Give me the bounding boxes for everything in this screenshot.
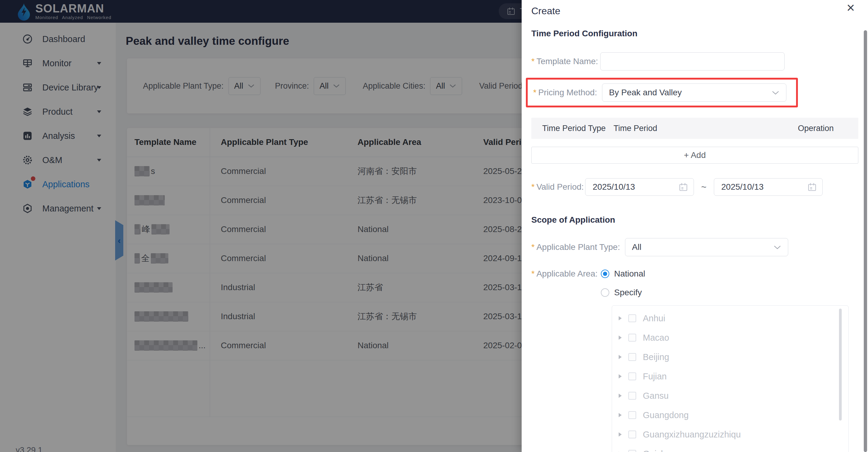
radio-specify-label: Specify [614,288,642,298]
chevron-down-icon [772,90,779,95]
screen: SOLARMAN Monitored Analyzed Networked To [0,0,868,452]
applicable-area-row: *Applicable Area: National [531,269,858,279]
tree-scrollbar[interactable] [839,309,842,421]
province-tree: AnhuiMacaoBeijingFujianGansuGuangdongGua… [612,305,849,452]
section-time-period-configuration: Time Period Configuration [531,29,858,38]
required-star: * [531,242,535,252]
tree-item-label: Beijing [643,352,669,362]
tree-item-fujian[interactable]: Fujian [612,367,848,386]
radio-specify[interactable] [601,288,609,297]
pricing-method-highlight: *Pricing Method: By Peak and Valley [526,78,798,107]
required-star: * [533,88,536,97]
applicable-area-label: *Applicable Area: [531,269,601,279]
caret-right-icon[interactable] [619,394,622,398]
tree-item-label: Gansu [643,391,669,401]
radio-national[interactable] [601,270,609,278]
tree-item-anhui[interactable]: Anhui [612,309,848,328]
period-col-type: Time Period Type [542,124,614,133]
checkbox[interactable] [628,392,636,400]
caret-right-icon[interactable] [619,432,622,436]
period-col-period: Time Period [614,124,798,133]
required-star: * [531,182,535,192]
create-drawer: × Create Time Period Configuration *Temp… [522,0,868,452]
calendar-icon [679,182,688,192]
caret-right-icon[interactable] [619,336,622,340]
pricing-method-select[interactable]: By Peak and Valley [602,84,786,102]
period-table-header: Time Period Type Time Period Operation [531,118,858,139]
template-name-row: *Template Name: [531,52,858,70]
tree-item-label: Guangdong [643,410,689,420]
checkbox[interactable] [628,353,636,361]
caret-right-icon[interactable] [619,316,622,320]
valid-to-input[interactable]: 2025/10/13 [714,178,823,196]
drawer-scrollbar[interactable] [864,30,867,452]
calendar-icon [807,182,817,192]
specify-row: Specify [531,288,858,298]
required-star: * [531,57,535,66]
template-name-input[interactable] [600,52,784,70]
radio-national-label: National [614,269,645,279]
caret-right-icon[interactable] [619,413,622,417]
applicable-plant-type-select[interactable]: All [625,238,788,256]
caret-right-icon[interactable] [619,374,622,378]
tree-item-label: Anhui [643,313,665,323]
valid-period-label: *Valid Period: [531,182,585,192]
applicable-plant-type-row: *Applicable Plant Type: All [531,238,858,256]
caret-right-icon[interactable] [619,355,622,359]
province-tree-list: AnhuiMacaoBeijingFujianGansuGuangdongGua… [612,309,848,452]
pricing-method-row: *Pricing Method: By Peak and Valley [533,84,796,102]
tree-item-label: Fujian [643,371,667,382]
chevron-down-icon [773,245,781,250]
checkbox[interactable] [628,334,636,342]
tree-item-gansu[interactable]: Gansu [612,386,848,405]
period-col-operation: Operation [798,124,858,133]
template-name-label: *Template Name: [531,57,600,66]
checkbox[interactable] [628,314,636,322]
applicable-plant-type-label: *Applicable Plant Type: [531,242,625,252]
tree-item-macao[interactable]: Macao [612,328,848,347]
drawer-title: Create [531,5,858,17]
valid-period-row: *Valid Period: 2025/10/13 ~ 2025/10/13 [531,178,858,196]
checkbox[interactable] [628,411,636,419]
checkbox[interactable] [628,372,636,380]
tree-item-label: Guangxizhuangzuzizhiqu [643,430,741,440]
required-star: * [531,269,535,278]
checkbox[interactable] [628,450,636,452]
tree-item-beijing[interactable]: Beijing [612,347,848,367]
valid-from-input[interactable]: 2025/10/13 [585,178,694,196]
range-separator: ~ [701,182,707,192]
tree-item-guangxizhuangzuzizhiqu[interactable]: Guangxizhuangzuzizhiqu [612,425,848,444]
tree-item-label: Macao [643,333,669,343]
section-scope-of-application: Scope of Application [531,215,858,225]
close-icon[interactable]: × [846,1,855,15]
tree-item-label: Guizhou [643,449,676,452]
tree-item-guizhou[interactable]: Guizhou [612,444,848,452]
tree-item-guangdong[interactable]: Guangdong [612,405,848,425]
checkbox[interactable] [628,430,636,439]
pricing-method-label: *Pricing Method: [533,88,602,97]
add-period-button[interactable]: + Add [531,147,858,164]
